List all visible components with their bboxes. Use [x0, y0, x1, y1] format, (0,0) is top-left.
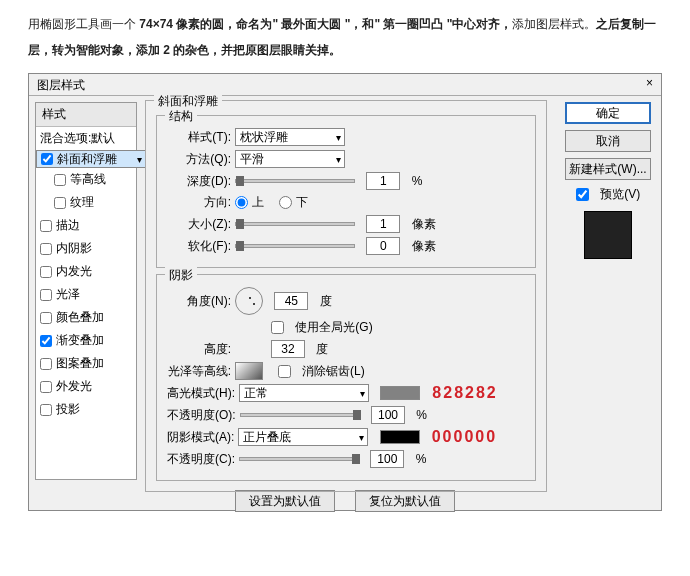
soft-input[interactable]: 0 — [366, 237, 400, 255]
shadow-color-chip[interactable] — [380, 430, 420, 444]
blend-options-row[interactable]: 混合选项:默认 — [36, 127, 136, 150]
effect-checkbox[interactable] — [40, 220, 52, 232]
highlight-color-chip[interactable] — [380, 386, 420, 400]
effect-checkbox[interactable] — [40, 358, 52, 370]
effect-label: 投影 — [56, 401, 80, 418]
gloss-contour[interactable] — [235, 362, 263, 380]
altitude-input[interactable]: 32 — [271, 340, 305, 358]
effect-row[interactable]: 等高线 — [36, 168, 136, 191]
effect-label: 图案叠加 — [56, 355, 104, 372]
dir-up-radio[interactable] — [235, 196, 248, 209]
layer-style-dialog: 图层样式 × 样式 混合选项:默认 斜面和浮雕等高线纹理描边内阴影内发光光泽颜色… — [28, 73, 662, 511]
effect-row[interactable]: 投影 — [36, 398, 136, 421]
angle-input[interactable]: 45 — [274, 292, 308, 310]
effect-checkbox[interactable] — [40, 266, 52, 278]
dir-down-radio[interactable] — [279, 196, 292, 209]
effect-label: 外发光 — [56, 378, 92, 395]
effect-label: 等高线 — [70, 171, 106, 188]
new-style-button[interactable]: 新建样式(W)... — [565, 158, 651, 180]
effect-checkbox[interactable] — [41, 153, 53, 165]
effect-checkbox[interactable] — [54, 197, 66, 209]
effect-checkbox[interactable] — [40, 381, 52, 393]
effect-row[interactable]: 内阴影 — [36, 237, 136, 260]
shadow-mode-select[interactable]: 正片叠底 — [238, 428, 368, 446]
effect-row[interactable]: 斜面和浮雕 — [36, 150, 146, 168]
dialog-title: 图层样式 — [37, 78, 85, 92]
instruction-text: 用椭圆形工具画一个 74×74 像素的圆，命名为" 最外面大圆 "，和" 第一圈… — [0, 0, 690, 67]
effect-label: 渐变叠加 — [56, 332, 104, 349]
dialog-titlebar: 图层样式 × — [29, 74, 661, 96]
shadow-opacity-slider[interactable] — [239, 457, 359, 461]
effect-row[interactable]: 图案叠加 — [36, 352, 136, 375]
effect-row[interactable]: 光泽 — [36, 283, 136, 306]
method-select[interactable]: 平滑 — [235, 150, 345, 168]
effect-checkbox[interactable] — [40, 289, 52, 301]
effect-row[interactable]: 渐变叠加 — [36, 329, 136, 352]
effects-list: 样式 混合选项:默认 斜面和浮雕等高线纹理描边内阴影内发光光泽颜色叠加渐变叠加图… — [35, 102, 137, 480]
action-panel: 确定 取消 新建样式(W)... 预览(V) — [555, 96, 661, 486]
soft-slider[interactable] — [235, 244, 355, 248]
effect-label: 描边 — [56, 217, 80, 234]
effect-checkbox[interactable] — [40, 335, 52, 347]
size-slider[interactable] — [235, 222, 355, 226]
list-header: 样式 — [36, 103, 136, 127]
depth-slider[interactable] — [235, 179, 355, 183]
shading-group: 阴影 角度(N): 45 度 使用全局光(G) 高度:32 度 光泽等高线: 消… — [156, 274, 536, 481]
effect-checkbox[interactable] — [54, 174, 66, 186]
cancel-button[interactable]: 取消 — [565, 130, 651, 152]
effect-checkbox[interactable] — [40, 312, 52, 324]
effect-row[interactable]: 描边 — [36, 214, 136, 237]
highlight-opacity-slider[interactable] — [240, 413, 360, 417]
global-light-checkbox[interactable] — [271, 321, 284, 334]
effect-label: 光泽 — [56, 286, 80, 303]
highlight-opacity-input[interactable]: 100 — [371, 406, 405, 424]
reset-default-button[interactable]: 复位为默认值 — [355, 490, 455, 512]
angle-dial[interactable] — [235, 287, 263, 315]
effect-row[interactable]: 内发光 — [36, 260, 136, 283]
ok-button[interactable]: 确定 — [565, 102, 651, 124]
style-select[interactable]: 枕状浮雕 — [235, 128, 345, 146]
close-icon[interactable]: × — [646, 76, 653, 90]
effect-label: 纹理 — [70, 194, 94, 211]
effect-label: 内阴影 — [56, 240, 92, 257]
shadow-opacity-input[interactable]: 100 — [370, 450, 404, 468]
highlight-annotation: 828282 — [432, 384, 497, 402]
effect-label: 斜面和浮雕 — [57, 151, 117, 168]
highlight-mode-select[interactable]: 正常 — [239, 384, 369, 402]
effect-row[interactable]: 外发光 — [36, 375, 136, 398]
effect-label: 内发光 — [56, 263, 92, 280]
effect-checkbox[interactable] — [40, 243, 52, 255]
effect-row[interactable]: 颜色叠加 — [36, 306, 136, 329]
preview-checkbox[interactable] — [576, 188, 589, 201]
settings-panel: 斜面和浮雕 结构 样式(T):枕状浮雕 方法(Q):平滑 深度(D): 1 % … — [143, 96, 555, 486]
structure-group: 结构 样式(T):枕状浮雕 方法(Q):平滑 深度(D): 1 % 方向:上 下… — [156, 115, 536, 268]
effect-label: 颜色叠加 — [56, 309, 104, 326]
set-default-button[interactable]: 设置为默认值 — [235, 490, 335, 512]
antialias-checkbox[interactable] — [278, 365, 291, 378]
effect-row[interactable]: 纹理 — [36, 191, 136, 214]
preview-swatch — [584, 211, 632, 259]
depth-input[interactable]: 1 — [366, 172, 400, 190]
effect-checkbox[interactable] — [40, 404, 52, 416]
shadow-annotation: 000000 — [432, 428, 497, 446]
bevel-group: 斜面和浮雕 结构 样式(T):枕状浮雕 方法(Q):平滑 深度(D): 1 % … — [145, 100, 547, 492]
size-input[interactable]: 1 — [366, 215, 400, 233]
